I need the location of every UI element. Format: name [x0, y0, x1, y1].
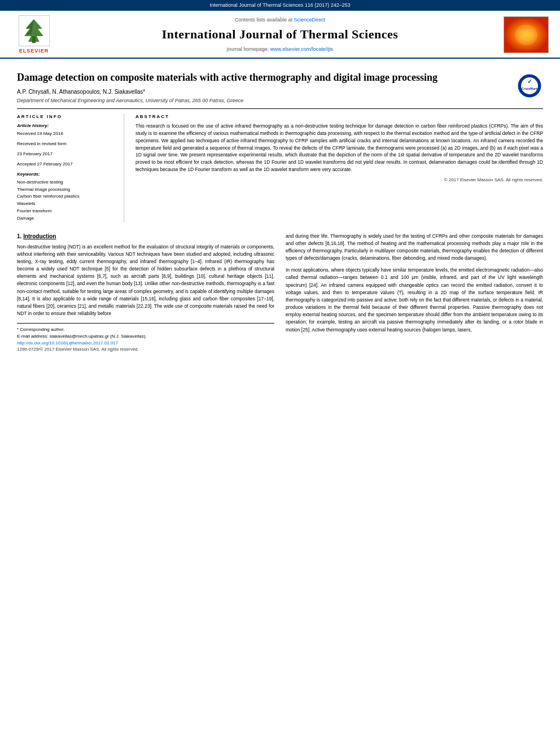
keywords-label: Keywords:	[17, 171, 117, 177]
journal-cover-thumbnail	[504, 16, 549, 53]
svg-text:✓: ✓	[527, 78, 532, 85]
authors: A.P. Chrysafi, N. Athanasopoulos, N.J. S…	[17, 88, 543, 96]
elsevier-logo: ELSEVIER	[11, 15, 56, 55]
journal-citation: International Journal of Thermal Science…	[209, 2, 351, 8]
keyword-2: Thermal image processing	[17, 186, 117, 194]
article-info-column: ARTICLE INFO Article history: Received 1…	[17, 113, 124, 222]
intro-paragraph-1: Non-destructive testing (NDT) is an exce…	[17, 243, 274, 318]
article-revised-label: Received in revised form	[17, 141, 117, 147]
intro-paragraph-3: In most applications, where objects typi…	[286, 267, 543, 334]
homepage-link[interactable]: www.elsevier.com/locate/ijts	[270, 46, 334, 52]
keyword-6: Damage	[17, 215, 117, 222]
affiliation: Department of Mechanical Engineering and…	[17, 97, 543, 104]
keywords-list: Non-destructive testing Thermal image pr…	[17, 179, 117, 222]
issn-line: 1290-0729/© 2017 Elsevier Masson SAS. Al…	[17, 346, 274, 352]
journal-top-bar: International Journal of Thermal Science…	[0, 0, 560, 11]
journal-homepage: journal homepage: www.elsevier.com/locat…	[56, 46, 504, 53]
article-received: Received 19 May 2016	[17, 130, 117, 137]
article-title: Damage detection on composite materials …	[17, 71, 543, 84]
keyword-4: Wavelets	[17, 200, 117, 208]
article-revised-date: 23 February 2017	[17, 151, 117, 158]
keyword-5: Fourier transform	[17, 208, 117, 215]
svg-text:CrossMark: CrossMark	[522, 87, 538, 90]
svg-point-5	[519, 29, 533, 41]
abstract-header: ABSTRACT	[135, 113, 543, 120]
body-left-column: 1. Introduction Non-destructive testing …	[17, 233, 274, 353]
sciencedirect-link[interactable]: ScienceDirect	[294, 17, 326, 23]
journal-header: ELSEVIER Contents lists available at Sci…	[0, 11, 560, 59]
article-info-abstract: ARTICLE INFO Article history: Received 1…	[17, 113, 543, 222]
article-divider	[17, 108, 543, 109]
article-info-header: ARTICLE INFO	[17, 113, 117, 120]
intro-paragraph-2: and during their life. Thermography is w…	[286, 233, 543, 263]
copyright-line: © 2017 Elsevier Masson SAS. All rights r…	[135, 177, 543, 183]
svg-marker-1	[24, 19, 43, 42]
abstract-text: This research is focused on the use of a…	[135, 123, 543, 173]
email-footnote: E-mail address: siakavellas@mech.upatras…	[17, 333, 274, 340]
footnote-section: * Corresponding author. E-mail address: …	[17, 323, 274, 352]
abstract-column: ABSTRACT This research is focused on the…	[135, 113, 543, 222]
article-accepted: Accepted 27 February 2017	[17, 161, 117, 168]
elsevier-tree-icon	[19, 15, 50, 46]
crossmark-badge: ✓ CrossMark	[518, 74, 543, 99]
elsevier-text-label: ELSEVIER	[19, 47, 49, 55]
article-history-label: Article history:	[17, 123, 117, 129]
journal-title: International Journal of Thermal Science…	[56, 26, 504, 43]
journal-header-center: Contents lists available at ScienceDirec…	[56, 16, 504, 53]
article-title-area: ✓ CrossMark Damage detection on composit…	[17, 71, 543, 84]
keyword-1: Non-destructive testing	[17, 179, 117, 186]
body-right-column: and during their life. Thermography is w…	[286, 233, 543, 353]
corresponding-author-note: * Corresponding author.	[17, 326, 274, 333]
contents-line: Contents lists available at ScienceDirec…	[56, 16, 504, 24]
keyword-3: Carbon fiber reinforced plastics	[17, 193, 117, 200]
body-section: 1. Introduction Non-destructive testing …	[17, 233, 543, 353]
section-title-text: Introduction	[23, 233, 56, 239]
main-content: ✓ CrossMark Damage detection on composit…	[0, 59, 560, 358]
doi-link[interactable]: http://dx.doi.org/10.1016/j.ijthermalsci…	[17, 340, 274, 346]
introduction-title: 1. Introduction	[17, 233, 274, 241]
